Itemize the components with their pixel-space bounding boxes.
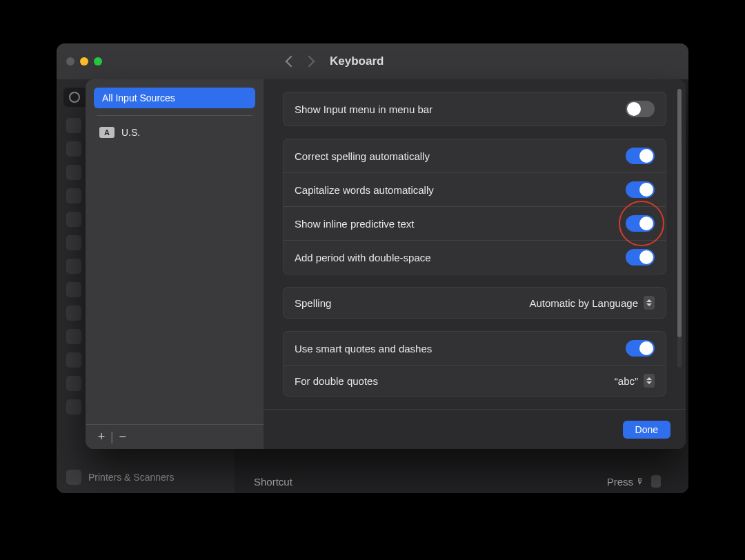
sidebar-icon[interactable] <box>66 235 81 250</box>
setting-label: Correct spelling automatically <box>295 150 430 162</box>
setting-row-correct-spelling: Correct spelling automatically <box>284 139 666 172</box>
sidebar-icon[interactable] <box>66 212 81 227</box>
sheet-footer: Done <box>264 409 686 449</box>
page-title: Keyboard <box>330 54 384 68</box>
setting-row-double-quotes: For double quotes “abc” <box>284 365 666 396</box>
setting-row-spelling: Spelling Automatic by Language <box>284 288 666 318</box>
settings-group: Show Input menu in menu bar <box>283 92 666 126</box>
sidebar-icon[interactable] <box>66 352 81 368</box>
shortcut-value: Press <box>607 476 633 488</box>
setting-label: Use smart quotes and dashes <box>295 343 432 354</box>
window-controls <box>66 57 102 66</box>
setting-row-smart-quotes: Use smart quotes and dashes <box>284 332 666 365</box>
select-value-label: “abc” <box>615 375 638 387</box>
done-button[interactable]: Done <box>623 421 670 439</box>
input-sources-settings: Show Input menu in menu bar Correct spel… <box>264 79 686 449</box>
double-quotes-select[interactable]: “abc” <box>615 374 655 388</box>
toggle-show-input-menu[interactable] <box>626 101 655 117</box>
remove-source-button[interactable]: − <box>114 430 132 444</box>
sidebar-item-label: Printers & Scanners <box>88 472 175 483</box>
titlebar: Keyboard <box>57 43 688 79</box>
sidebar-icon[interactable] <box>66 376 81 391</box>
system-settings-window: Keyboard Printers & S <box>57 43 688 493</box>
setting-label: Show Input menu in menu bar <box>295 103 433 115</box>
input-source-label: U.S. <box>121 127 140 138</box>
keyboard-layout-icon: A <box>99 127 115 138</box>
forward-button[interactable] <box>304 56 315 68</box>
sidebar-icon[interactable] <box>66 329 81 344</box>
shortcut-label: Shortcut <box>254 476 292 488</box>
zoom-button[interactable] <box>94 57 102 66</box>
divider <box>97 115 252 116</box>
back-button[interactable] <box>286 56 297 68</box>
sidebar-icon[interactable] <box>66 188 81 203</box>
add-source-button[interactable]: + <box>92 430 110 444</box>
toggle-smart-quotes[interactable] <box>626 340 655 357</box>
settings-group: Spelling Automatic by Language <box>283 287 666 319</box>
sidebar-icon[interactable] <box>66 282 81 297</box>
settings-scroll-area[interactable]: Show Input menu in menu bar Correct spel… <box>264 79 686 409</box>
input-sources-sidebar: All Input Sources A U.S. + | − <box>86 79 264 449</box>
minimize-button[interactable] <box>80 57 88 66</box>
microphone-icon: 🎙︎ <box>636 477 644 486</box>
input-sources-sheet: All Input Sources A U.S. + | − Show Inpu… <box>86 79 686 449</box>
settings-group: Correct spelling automatically Capitaliz… <box>283 139 666 274</box>
setting-label: Add period with double-space <box>295 252 431 263</box>
close-button[interactable] <box>66 57 74 66</box>
toggle-inline-predictive[interactable] <box>626 215 655 232</box>
setting-label: Show inline predictive text <box>295 218 414 230</box>
setting-row-capitalize-words: Capitalize words automatically <box>284 172 666 206</box>
select-value-label: Automatic by Language <box>529 297 638 309</box>
source-list-footer: + | − <box>86 424 264 449</box>
toggle-capitalize-words[interactable] <box>626 181 655 198</box>
nav-arrows <box>287 57 313 66</box>
sidebar-icon[interactable] <box>66 165 81 180</box>
setting-label: For double quotes <box>295 375 378 387</box>
stepper-icon <box>644 374 655 388</box>
setting-label: Spelling <box>295 297 331 309</box>
stepper-icon[interactable] <box>651 475 661 488</box>
sidebar-icon[interactable] <box>66 399 81 414</box>
setting-label: Capitalize words automatically <box>295 184 434 196</box>
sidebar-icon[interactable] <box>66 306 81 321</box>
stepper-icon <box>644 296 655 310</box>
toggle-correct-spelling[interactable] <box>626 148 655 164</box>
sidebar-item-printers[interactable]: Printers & Scanners <box>66 470 175 485</box>
spelling-select[interactable]: Automatic by Language <box>529 296 655 310</box>
sidebar-icon[interactable] <box>66 141 81 157</box>
setting-row-period-double-space: Add period with double-space <box>284 240 666 274</box>
printer-icon <box>66 470 81 485</box>
sidebar-item-label: All Input Sources <box>102 92 175 103</box>
sidebar-item-all-sources[interactable]: All Input Sources <box>94 88 255 108</box>
sidebar-item-input-source[interactable]: A U.S. <box>94 123 255 142</box>
sidebar-icon[interactable] <box>66 259 81 274</box>
setting-row-inline-predictive: Show inline predictive text <box>284 206 666 240</box>
sidebar-icon[interactable] <box>66 118 81 133</box>
settings-group: Use smart quotes and dashes For double q… <box>283 331 666 397</box>
toggle-period-double-space[interactable] <box>626 249 655 266</box>
setting-row-show-input-menu: Show Input menu in menu bar <box>284 92 666 126</box>
scrollbar-thumb[interactable] <box>677 89 682 337</box>
